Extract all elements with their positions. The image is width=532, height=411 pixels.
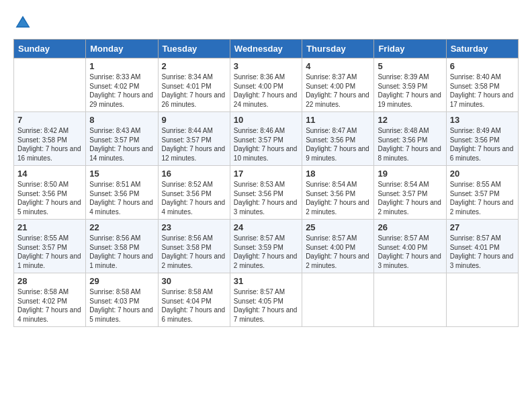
day-info: Sunrise: 8:56 AMSunset: 3:58 PMDaylight:… bbox=[89, 234, 154, 270]
calendar-header-row: SundayMondayTuesdayWednesdayThursdayFrid… bbox=[14, 40, 519, 58]
day-number: 13 bbox=[450, 115, 515, 125]
calendar-header-thursday: Thursday bbox=[302, 40, 374, 58]
calendar-cell: 27Sunrise: 8:57 AMSunset: 4:01 PMDayligh… bbox=[446, 220, 518, 273]
calendar-week-row: 7Sunrise: 8:42 AMSunset: 3:58 PMDaylight… bbox=[14, 112, 519, 166]
day-number: 7 bbox=[17, 115, 82, 125]
day-info: Sunrise: 8:58 AMSunset: 4:03 PMDaylight:… bbox=[89, 287, 154, 324]
day-number: 30 bbox=[162, 276, 226, 286]
day-info: Sunrise: 8:57 AMSunset: 4:01 PMDaylight:… bbox=[450, 234, 515, 270]
calendar-cell: 10Sunrise: 8:46 AMSunset: 3:57 PMDayligh… bbox=[230, 112, 302, 166]
day-number: 24 bbox=[234, 222, 298, 232]
day-number: 21 bbox=[17, 222, 82, 232]
calendar-cell: 17Sunrise: 8:53 AMSunset: 3:56 PMDayligh… bbox=[230, 166, 302, 220]
day-info: Sunrise: 8:43 AMSunset: 3:57 PMDaylight:… bbox=[89, 126, 154, 163]
calendar-cell: 21Sunrise: 8:55 AMSunset: 3:57 PMDayligh… bbox=[14, 220, 86, 273]
day-number: 27 bbox=[450, 222, 515, 232]
calendar-header-saturday: Saturday bbox=[446, 40, 518, 58]
calendar-week-row: 1Sunrise: 8:33 AMSunset: 4:02 PMDaylight… bbox=[14, 58, 519, 112]
day-info: Sunrise: 8:57 AMSunset: 4:00 PMDaylight:… bbox=[306, 234, 370, 270]
calendar-cell bbox=[446, 273, 518, 327]
calendar-cell bbox=[374, 273, 446, 327]
day-number: 31 bbox=[234, 276, 298, 286]
calendar-cell: 20Sunrise: 8:55 AMSunset: 3:57 PMDayligh… bbox=[446, 166, 518, 220]
day-number: 29 bbox=[89, 276, 154, 286]
day-info: Sunrise: 8:57 AMSunset: 4:05 PMDaylight:… bbox=[234, 287, 298, 324]
day-number: 20 bbox=[450, 169, 515, 179]
day-info: Sunrise: 8:56 AMSunset: 3:58 PMDaylight:… bbox=[162, 234, 226, 270]
day-info: Sunrise: 8:58 AMSunset: 4:02 PMDaylight:… bbox=[17, 287, 82, 324]
day-info: Sunrise: 8:44 AMSunset: 3:57 PMDaylight:… bbox=[162, 126, 226, 163]
logo-icon bbox=[13, 13, 32, 32]
day-number: 28 bbox=[17, 276, 82, 286]
day-info: Sunrise: 8:46 AMSunset: 3:57 PMDaylight:… bbox=[234, 126, 298, 163]
calendar-header-tuesday: Tuesday bbox=[158, 40, 230, 58]
day-number: 9 bbox=[162, 115, 226, 125]
day-number: 3 bbox=[234, 61, 298, 71]
day-info: Sunrise: 8:34 AMSunset: 4:01 PMDaylight:… bbox=[162, 73, 226, 109]
day-info: Sunrise: 8:49 AMSunset: 3:56 PMDaylight:… bbox=[450, 126, 515, 163]
calendar-header-sunday: Sunday bbox=[14, 40, 86, 58]
day-number: 2 bbox=[162, 61, 226, 71]
calendar-cell: 15Sunrise: 8:51 AMSunset: 3:56 PMDayligh… bbox=[86, 166, 158, 220]
day-info: Sunrise: 8:54 AMSunset: 3:57 PMDaylight:… bbox=[378, 180, 442, 216]
calendar-cell: 3Sunrise: 8:36 AMSunset: 4:00 PMDaylight… bbox=[230, 58, 302, 112]
calendar-week-row: 28Sunrise: 8:58 AMSunset: 4:02 PMDayligh… bbox=[14, 273, 519, 327]
calendar-cell: 5Sunrise: 8:39 AMSunset: 3:59 PMDaylight… bbox=[374, 58, 446, 112]
calendar-cell: 22Sunrise: 8:56 AMSunset: 3:58 PMDayligh… bbox=[86, 220, 158, 273]
calendar-cell: 12Sunrise: 8:48 AMSunset: 3:56 PMDayligh… bbox=[374, 112, 446, 166]
calendar-cell: 14Sunrise: 8:50 AMSunset: 3:56 PMDayligh… bbox=[14, 166, 86, 220]
day-number: 17 bbox=[234, 169, 298, 179]
day-number: 8 bbox=[89, 115, 154, 125]
day-number: 6 bbox=[450, 61, 515, 71]
day-number: 22 bbox=[89, 222, 154, 232]
day-info: Sunrise: 8:36 AMSunset: 4:00 PMDaylight:… bbox=[234, 73, 298, 109]
calendar-cell: 7Sunrise: 8:42 AMSunset: 3:58 PMDaylight… bbox=[14, 112, 86, 166]
calendar-cell: 4Sunrise: 8:37 AMSunset: 4:00 PMDaylight… bbox=[302, 58, 374, 112]
day-number: 16 bbox=[162, 169, 226, 179]
calendar-cell: 6Sunrise: 8:40 AMSunset: 3:58 PMDaylight… bbox=[446, 58, 518, 112]
day-info: Sunrise: 8:57 AMSunset: 3:59 PMDaylight:… bbox=[234, 234, 298, 270]
calendar-cell: 11Sunrise: 8:47 AMSunset: 3:56 PMDayligh… bbox=[302, 112, 374, 166]
calendar-week-row: 14Sunrise: 8:50 AMSunset: 3:56 PMDayligh… bbox=[14, 166, 519, 220]
day-info: Sunrise: 8:55 AMSunset: 3:57 PMDaylight:… bbox=[17, 234, 82, 270]
day-number: 18 bbox=[306, 169, 370, 179]
calendar-week-row: 21Sunrise: 8:55 AMSunset: 3:57 PMDayligh… bbox=[14, 220, 519, 273]
day-number: 19 bbox=[378, 169, 442, 179]
day-info: Sunrise: 8:33 AMSunset: 4:02 PMDaylight:… bbox=[89, 73, 154, 109]
calendar-cell: 8Sunrise: 8:43 AMSunset: 3:57 PMDaylight… bbox=[86, 112, 158, 166]
calendar-header-friday: Friday bbox=[374, 40, 446, 58]
calendar-cell: 23Sunrise: 8:56 AMSunset: 3:58 PMDayligh… bbox=[158, 220, 230, 273]
day-number: 26 bbox=[378, 222, 442, 232]
calendar-cell: 19Sunrise: 8:54 AMSunset: 3:57 PMDayligh… bbox=[374, 166, 446, 220]
day-info: Sunrise: 8:40 AMSunset: 3:58 PMDaylight:… bbox=[450, 73, 515, 109]
day-info: Sunrise: 8:54 AMSunset: 3:56 PMDaylight:… bbox=[306, 180, 370, 216]
day-number: 14 bbox=[17, 169, 82, 179]
day-number: 25 bbox=[306, 222, 370, 232]
day-info: Sunrise: 8:37 AMSunset: 4:00 PMDaylight:… bbox=[306, 73, 370, 109]
day-number: 4 bbox=[306, 61, 370, 71]
day-number: 1 bbox=[89, 61, 154, 71]
day-info: Sunrise: 8:47 AMSunset: 3:56 PMDaylight:… bbox=[306, 126, 370, 163]
day-info: Sunrise: 8:53 AMSunset: 3:56 PMDaylight:… bbox=[234, 180, 298, 216]
calendar-cell: 26Sunrise: 8:57 AMSunset: 4:00 PMDayligh… bbox=[374, 220, 446, 273]
day-info: Sunrise: 8:42 AMSunset: 3:58 PMDaylight:… bbox=[17, 126, 82, 163]
day-info: Sunrise: 8:52 AMSunset: 3:56 PMDaylight:… bbox=[162, 180, 226, 216]
calendar-cell: 16Sunrise: 8:52 AMSunset: 3:56 PMDayligh… bbox=[158, 166, 230, 220]
calendar-cell: 9Sunrise: 8:44 AMSunset: 3:57 PMDaylight… bbox=[158, 112, 230, 166]
day-info: Sunrise: 8:39 AMSunset: 3:59 PMDaylight:… bbox=[378, 73, 442, 109]
day-info: Sunrise: 8:48 AMSunset: 3:56 PMDaylight:… bbox=[378, 126, 442, 163]
day-number: 12 bbox=[378, 115, 442, 125]
day-number: 23 bbox=[162, 222, 226, 232]
day-info: Sunrise: 8:55 AMSunset: 3:57 PMDaylight:… bbox=[450, 180, 515, 216]
calendar-cell: 18Sunrise: 8:54 AMSunset: 3:56 PMDayligh… bbox=[302, 166, 374, 220]
calendar-cell bbox=[14, 58, 86, 112]
header bbox=[13, 13, 519, 32]
calendar-cell: 28Sunrise: 8:58 AMSunset: 4:02 PMDayligh… bbox=[14, 273, 86, 327]
calendar-cell: 30Sunrise: 8:58 AMSunset: 4:04 PMDayligh… bbox=[158, 273, 230, 327]
calendar-cell: 24Sunrise: 8:57 AMSunset: 3:59 PMDayligh… bbox=[230, 220, 302, 273]
logo bbox=[13, 13, 34, 32]
day-info: Sunrise: 8:50 AMSunset: 3:56 PMDaylight:… bbox=[17, 180, 82, 216]
day-info: Sunrise: 8:58 AMSunset: 4:04 PMDaylight:… bbox=[162, 287, 226, 324]
calendar-cell: 13Sunrise: 8:49 AMSunset: 3:56 PMDayligh… bbox=[446, 112, 518, 166]
calendar-header-monday: Monday bbox=[86, 40, 158, 58]
